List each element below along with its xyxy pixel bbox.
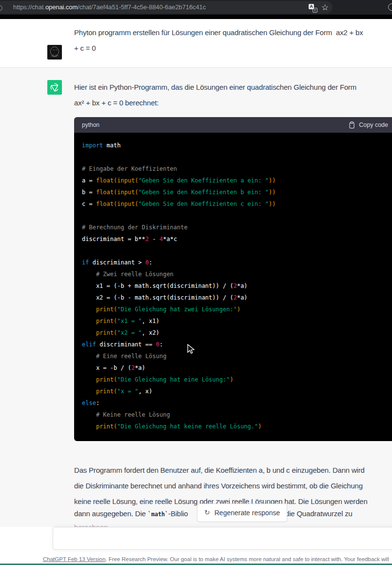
code-line: print("x = ", x) [82, 385, 388, 397]
code-line [82, 151, 388, 163]
copy-code-label: Copy code [359, 121, 388, 128]
page: https://chat.openai.com/chat/7aef4a51-5f… [0, 0, 392, 565]
assistant-intro-line: Hier ist ein Python-Programm, das die Lö… [74, 82, 356, 92]
code-language-label: python [82, 121, 99, 128]
code-line: a = float(input("Geben Sie den Koeffizie… [82, 175, 388, 186]
code-line: # Eine reelle Lösung [82, 350, 388, 362]
copy-code-button[interactable]: Copy code [348, 121, 388, 129]
browser-extension-icon[interactable] [388, 3, 392, 11]
mouse-cursor [187, 344, 196, 356]
paragraph-text: -Biblio [168, 509, 188, 518]
inline-code-math: `math` [148, 511, 168, 518]
code-block-header: python Copy code [74, 117, 392, 133]
user-message-row: Phyton programm erstellen für Lösungen e… [0, 19, 392, 67]
code-line: # Keine reelle Lösung [82, 409, 388, 421]
code-line: c = float(input("Geben Sie den Koeffizie… [82, 198, 388, 210]
code-line: x2 = (-b - math.sqrt(discriminant)) / (2… [82, 292, 388, 303]
code-body: import math # Eingabe der Koeffizientena… [74, 133, 392, 441]
paragraph-line: die Diskriminante berechnet und anhand i… [74, 478, 368, 494]
translate-icon-front: A [309, 4, 314, 9]
regenerate-icon: ↻ [204, 508, 210, 516]
composer-input[interactable] [53, 527, 392, 549]
bookmark-star-icon[interactable]: ☆ [321, 2, 329, 13]
url-scheme: https://chat. [13, 3, 45, 11]
clipboard-icon [348, 121, 355, 129]
code-lines: import math # Eingabe der Koeffizientena… [82, 140, 388, 432]
code-line: b = float(input("Geben Sie den Koeffizie… [82, 186, 388, 198]
composer [53, 527, 392, 550]
reload-icon[interactable] [0, 5, 2, 11]
user-message-line: + c = 0 [74, 43, 96, 53]
code-line: print("x1 = ", x1) [82, 315, 388, 327]
code-line: elif discriminant == 0: [82, 339, 388, 350]
paragraph-text: dann ausgegeben. Die [74, 509, 148, 518]
url-domain: openai.com [45, 3, 78, 11]
code-line: if discriminant > 0: [82, 257, 388, 268]
code-line: # Eingabe der Koeffizienten [82, 163, 388, 175]
code-line: # Berechnung der Diskriminante [82, 222, 388, 233]
code-line: print("Die Gleichung hat keine reelle Lö… [82, 421, 388, 432]
code-line: x1 = (-b + math.sqrt(discriminant)) / (2… [82, 280, 388, 292]
assistant-intro-line: ax² + bx + c = 0 berechnet: [74, 98, 158, 108]
code-line: x = -b / (2*a) [82, 362, 388, 374]
code-line: else: [82, 397, 388, 409]
code-line: print("Die Gleichung hat zwei Lösungen:"… [82, 303, 388, 315]
user-avatar [47, 45, 62, 60]
assistant-paragraph-line4: dann ausgegeben. Die `math`-Biblio [74, 509, 188, 518]
footer-version-link[interactable]: ChatGPT Feb 13 Version [43, 556, 105, 562]
assistant-paragraph: Das Programm fordert den Benutzer auf, d… [74, 463, 368, 509]
code-line: print("x2 = ", x2) [82, 327, 388, 339]
browser-chrome: https://chat.openai.com/chat/7aef4a51-5f… [0, 0, 392, 15]
translate-icon[interactable]: 文 A [309, 4, 317, 13]
page-top-strip [0, 15, 392, 19]
url-path: /chat/7aef4a51-5ff7-4c5e-8840-6ae2b716c4… [78, 3, 206, 11]
regenerate-response-button[interactable]: ↻ Regenerate response [197, 504, 287, 522]
user-message-line: Phyton programm erstellen für Lösungen e… [74, 28, 363, 38]
code-line [82, 245, 388, 257]
url-text: https://chat.openai.com/chat/7aef4a51-5f… [13, 3, 206, 11]
url-bar[interactable]: https://chat.openai.com/chat/7aef4a51-5f… [0, 1, 333, 14]
code-line: print("Die Gleichung hat eine Lösung:") [82, 374, 388, 385]
paragraph-line: Das Programm fordert den Benutzer auf, d… [74, 463, 368, 478]
code-line: discriminant = b**2 - 4*a*c [82, 233, 388, 245]
bottom-area: ChatGPT Feb 13 Version. Free Research Pr… [0, 527, 392, 565]
code-block: python Copy code import math # Eingabe d… [74, 117, 392, 441]
openai-logo-icon [47, 80, 62, 95]
code-line [82, 210, 388, 222]
footer-text: . Free Research Preview. Our goal is to … [105, 556, 389, 562]
code-line: # Zwei reelle Lösungen [82, 268, 388, 280]
code-line: import math [82, 140, 388, 151]
footer: ChatGPT Feb 13 Version. Free Research Pr… [43, 556, 389, 562]
regenerate-label: Regenerate response [215, 509, 280, 517]
assistant-paragraph-line4-right: die Quadratwurzel zu [285, 509, 353, 518]
